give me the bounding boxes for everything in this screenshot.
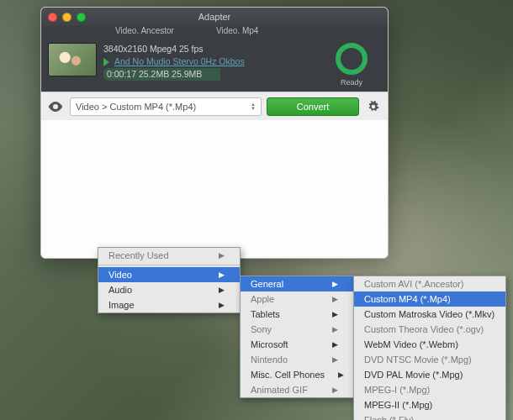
duration-size-text: 0:00:17 25.2MB 25.9MB [103,68,315,81]
menu-item-custom-avi[interactable]: Custom AVI (*.Ancestor) [354,276,505,291]
play-icon[interactable] [103,58,109,66]
bottom-toolbar: Video > Custom MP4 (*.Mp4) ▲▼ Convert [41,92,388,120]
menu-item-apple[interactable]: Apple▶ [241,291,353,307]
video-thumbnail [48,43,97,76]
stepper-icon: ▲▼ [251,102,256,111]
menu-item-audio[interactable]: Audio▶ [98,282,240,297]
app-window: Adapter Video. Ancestor Video. Mp4 3840x… [40,7,389,259]
preview-toggle-button[interactable] [46,99,65,114]
window-title: Adapter [198,12,231,22]
close-icon[interactable] [48,13,57,22]
format-preset-menu: Custom AVI (*.Ancestor) Custom MP4 (*.Mp… [353,276,506,420]
settings-button[interactable] [364,97,383,116]
col-dest: Video. Mp4 [216,26,317,39]
menu-item-nintendo[interactable]: Nintendo▶ [241,352,353,367]
menu-item-dvd-ntsc[interactable]: DVD NTSC Movie (*.Mpg) [354,352,505,367]
queue-info: 3840x2160 Mpeg4 25 fps And No Mudio Ster… [103,43,315,81]
menu-item-tablets[interactable]: Tablets▶ [241,307,353,322]
progress-ring-icon [336,43,368,75]
menu-item-flash-flv[interactable]: Flash (*.Flv) [354,412,505,420]
traffic-lights [48,13,86,22]
menu-item-mpeg1[interactable]: MPEG-I (*.Mpg) [354,382,505,397]
menu-item-misc-phones[interactable]: Misc. Cell Phones▶ [241,367,353,382]
format-breadcrumb: Video > Custom MP4 (*.Mp4) [76,102,196,112]
queue-row[interactable]: 3840x2160 Mpeg4 25 fps And No Mudio Ster… [41,39,388,92]
menu-item-microsoft[interactable]: Microsoft▶ [241,337,353,352]
eye-icon [48,102,63,112]
convert-label: Convert [297,102,330,112]
menu-item-webm[interactable]: WebM Video (*.Webm) [354,337,505,352]
titlebar[interactable]: Adapter [41,8,388,26]
menu-item-video[interactable]: Video▶ [98,267,240,282]
menu-item-image[interactable]: Image▶ [98,297,240,312]
menu-item-custom-mp4[interactable]: Custom MP4 (*.Mp4) [354,291,505,307]
convert-button[interactable]: Convert [267,97,359,116]
status-column: Ready [322,43,381,87]
resolution-text: 3840x2160 Mpeg4 25 fps [103,43,315,55]
menu-item-mpeg2[interactable]: MPEG-II (*.Mpg) [354,397,505,412]
media-info-link[interactable]: And No Mudio Stervo 0Hz Okbos [114,55,245,68]
queue-column-header: Video. Ancestor Video. Mp4 [41,26,388,39]
gear-icon [368,101,379,113]
col-source: Video. Ancestor [115,26,216,39]
menu-item-custom-mkv[interactable]: Custom Matroska Video (*.Mkv) [354,307,505,322]
zoom-icon[interactable] [77,13,86,22]
status-text: Ready [322,78,381,87]
menu-separator [98,265,240,265]
format-select-button[interactable]: Video > Custom MP4 (*.Mp4) ▲▼ [70,97,262,116]
menu-item-general[interactable]: General▶ [241,276,353,291]
format-category-menu: Recently Used▶ Video▶ Audio▶ Image▶ [98,247,241,313]
menu-item-recent[interactable]: Recently Used▶ [98,248,240,263]
minimize-icon[interactable] [62,13,71,22]
menu-item-dvd-pal[interactable]: DVD PAL Movie (*.Mpg) [354,367,505,382]
menu-item-sony[interactable]: Sony▶ [241,322,353,337]
menu-item-animated-gif[interactable]: Animated GIF▶ [241,382,353,397]
format-subcategory-menu: General▶ Apple▶ Tablets▶ Sony▶ Microsoft… [240,276,354,398]
menu-item-custom-ogv[interactable]: Custom Theora Video (*.ogv) [354,322,505,337]
